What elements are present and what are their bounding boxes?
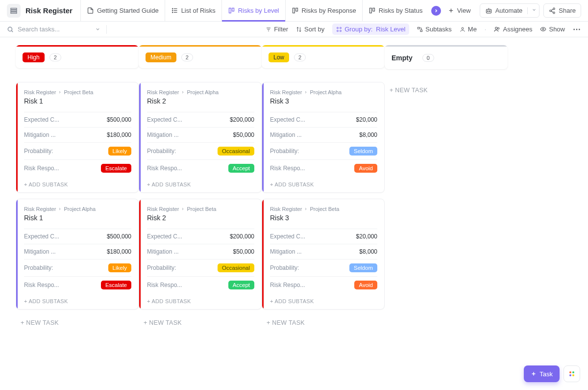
person-icon xyxy=(460,26,466,32)
task-card[interactable]: Risk Register Project Beta Risk 3 Expect… xyxy=(262,199,385,310)
svg-point-32 xyxy=(8,27,12,31)
new-task-button[interactable]: + NEW TASK xyxy=(262,315,385,330)
field-label-mitigation: Mitigation ... xyxy=(24,248,56,255)
probability-tag[interactable]: Occasional xyxy=(218,147,254,156)
fab-label: Task xyxy=(539,370,553,378)
topbar: Risk Register Getting Started GuideList … xyxy=(0,0,588,22)
breadcrumb[interactable]: Risk Register Project Beta xyxy=(270,206,377,212)
svg-rect-12 xyxy=(295,8,297,11)
svg-rect-1 xyxy=(11,10,17,11)
subtasks-button[interactable]: Subtasks xyxy=(417,26,451,33)
breadcrumb[interactable]: Risk Register Project Alpha xyxy=(147,89,254,95)
response-tag[interactable]: Accept xyxy=(228,164,254,173)
filter-label: Filter xyxy=(274,26,288,33)
crumb-root: Risk Register xyxy=(147,206,179,212)
svg-point-27 xyxy=(553,8,555,9)
task-card[interactable]: Risk Register Project Beta Risk 2 Expect… xyxy=(139,199,262,310)
task-card[interactable]: Risk Register Project Beta Risk 1 Expect… xyxy=(16,82,139,193)
svg-rect-42 xyxy=(420,30,422,32)
svg-rect-41 xyxy=(418,27,420,29)
svg-rect-14 xyxy=(373,8,375,11)
search-dropdown-icon[interactable] xyxy=(95,26,100,32)
breadcrumb[interactable]: Risk Register Project Alpha xyxy=(270,89,377,95)
crumb-root: Risk Register xyxy=(147,89,179,95)
view-tabs: Getting Started GuideList of RisksRisks … xyxy=(80,0,427,22)
sort-label: Sort by xyxy=(304,26,324,33)
column-header[interactable]: Low 2 xyxy=(262,45,385,68)
column-count: 2 xyxy=(181,53,193,61)
add-subtask-button[interactable]: + ADD SUBTASK xyxy=(16,177,138,192)
column-header[interactable]: Empty 0 xyxy=(385,45,508,69)
column-header[interactable]: High 2 xyxy=(16,45,139,68)
automate-button[interactable]: Automate xyxy=(480,3,540,18)
response-tag[interactable]: Accept xyxy=(228,281,254,289)
chevron-right-icon xyxy=(304,90,308,94)
search-icon[interactable] xyxy=(7,26,14,33)
automate-label: Automate xyxy=(495,7,523,14)
new-task-button[interactable]: + NEW TASK xyxy=(385,83,508,98)
add-subtask-button[interactable]: + ADD SUBTASK xyxy=(262,177,384,192)
group-icon xyxy=(336,26,342,32)
add-subtask-button[interactable]: + ADD SUBTASK xyxy=(262,293,384,309)
probability-tag[interactable]: Seldom xyxy=(349,147,377,156)
column-count: 0 xyxy=(422,54,434,62)
field-label-probability: Probability: xyxy=(147,264,176,271)
card-stripe xyxy=(139,82,141,192)
fab-wrap: Task xyxy=(524,365,580,382)
response-tag[interactable]: Escalate xyxy=(101,281,131,289)
more-tabs-button[interactable] xyxy=(431,6,441,16)
breadcrumb[interactable]: Risk Register Project Beta xyxy=(147,206,254,212)
add-view-button[interactable]: View xyxy=(443,4,476,17)
sort-button[interactable]: Sort by xyxy=(296,26,324,33)
breadcrumb[interactable]: Risk Register Project Alpha xyxy=(24,206,131,212)
tab-label: Risks by Status xyxy=(379,7,423,14)
field-value-expected: $20,000 xyxy=(356,116,377,123)
chevron-down-icon[interactable] xyxy=(527,7,534,14)
svg-point-40 xyxy=(340,30,342,31)
filter-button[interactable]: Filter xyxy=(266,26,288,33)
probability-tag[interactable]: Occasional xyxy=(218,263,254,272)
crumb-project: Project Beta xyxy=(310,206,339,212)
list-icon[interactable] xyxy=(7,4,21,18)
field-value-mitigation: $50,000 xyxy=(233,131,254,138)
assignees-label: Assignees xyxy=(503,26,532,33)
group-by-button[interactable]: Group by: Risk Level xyxy=(332,24,409,35)
assignees-button[interactable]: Assignees xyxy=(494,26,532,33)
share-button[interactable]: Share xyxy=(543,3,581,18)
add-subtask-button[interactable]: + ADD SUBTASK xyxy=(139,293,261,309)
field-label-expected: Expected C... xyxy=(147,233,182,240)
add-subtask-button[interactable]: + ADD SUBTASK xyxy=(139,177,261,192)
search-input[interactable] xyxy=(18,26,86,33)
tab-getting-started-guide[interactable]: Getting Started Guide xyxy=(80,0,165,22)
tab-list-of-risks[interactable]: List of Risks xyxy=(165,0,221,22)
task-card[interactable]: Risk Register Project Alpha Risk 3 Expec… xyxy=(262,82,385,193)
more-menu-button[interactable]: ⋯ xyxy=(573,25,581,34)
field-value-expected: $20,000 xyxy=(356,233,377,240)
response-tag[interactable]: Escalate xyxy=(101,164,131,173)
me-button[interactable]: Me xyxy=(460,26,477,33)
task-card[interactable]: Risk Register Project Alpha Risk 1 Expec… xyxy=(16,199,139,310)
new-task-fab[interactable]: Task xyxy=(524,365,560,382)
show-button[interactable]: Show xyxy=(540,26,565,33)
breadcrumb[interactable]: Risk Register Project Beta xyxy=(24,89,131,95)
tab-risks-by-response[interactable]: Risks by Response xyxy=(285,0,362,22)
field-label-expected: Expected C... xyxy=(24,233,59,240)
crumb-project: Project Beta xyxy=(187,206,216,212)
add-subtask-button[interactable]: + ADD SUBTASK xyxy=(16,293,138,309)
new-task-button[interactable]: + NEW TASK xyxy=(16,315,139,330)
tab-risks-by-status[interactable]: Risks by Status xyxy=(362,0,427,22)
field-label-response: Risk Respo... xyxy=(147,282,182,288)
probability-tag[interactable]: Seldom xyxy=(349,263,377,272)
apps-fab[interactable] xyxy=(564,365,580,382)
tab-risks-by-level[interactable]: Risks by Level xyxy=(221,0,285,22)
column-header[interactable]: Medium 2 xyxy=(139,45,262,68)
probability-tag[interactable]: Likely xyxy=(108,263,131,272)
separator-dot: · xyxy=(485,26,487,33)
svg-point-38 xyxy=(340,27,342,28)
response-tag[interactable]: Avoid xyxy=(354,281,377,289)
task-card[interactable]: Risk Register Project Alpha Risk 2 Expec… xyxy=(139,82,262,193)
svg-rect-11 xyxy=(293,8,294,13)
response-tag[interactable]: Avoid xyxy=(354,164,377,173)
new-task-button[interactable]: + NEW TASK xyxy=(139,315,262,330)
probability-tag[interactable]: Likely xyxy=(108,147,131,156)
